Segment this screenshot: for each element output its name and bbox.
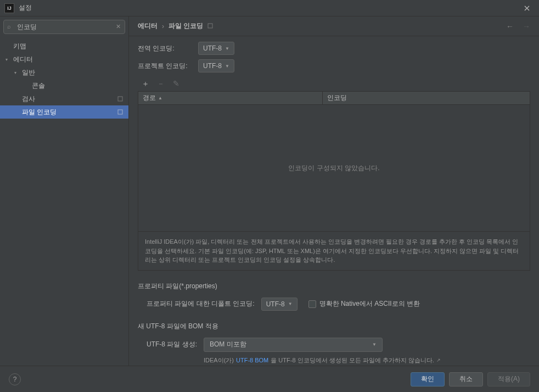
dropdown-value: UTF-8 xyxy=(203,62,222,70)
help-button[interactable]: ? xyxy=(9,373,21,385)
remove-button[interactable]: － xyxy=(156,79,165,89)
project-encoding-label: 프로젝트 인코딩: xyxy=(138,61,192,71)
encoding-table-body: 인코딩이 구성되지 않았습니다. xyxy=(138,105,530,231)
apply-button[interactable]: 적용(A) xyxy=(487,372,530,387)
properties-default-label: 프로퍼티 파일에 대한 디폴트 인코딩: xyxy=(147,299,255,309)
chevron-down-icon: ▼ xyxy=(225,64,229,69)
ok-button[interactable]: 확인 xyxy=(411,372,445,387)
dropdown-value: BOM 미포함 xyxy=(210,340,246,349)
chevron-down-icon: ▾ xyxy=(5,57,13,62)
global-encoding-dropdown[interactable]: UTF-8 ▼ xyxy=(198,42,234,55)
clear-search-icon[interactable]: ✕ xyxy=(116,23,121,30)
search-icon: ⌕ xyxy=(7,23,11,30)
info-text: IntelliJ IDEA이(가) 파일, 디렉터리 또는 전체 프로젝트에서 … xyxy=(138,231,530,270)
search-input[interactable] xyxy=(3,20,125,34)
breadcrumb-item: 파일 인코딩 xyxy=(169,21,203,31)
column-header-encoding[interactable]: 인코딩 xyxy=(323,92,530,104)
sidebar-item-editor[interactable]: ▾ 에디터 xyxy=(0,53,128,66)
breadcrumb: 에디터 › 파일 인코딩 ← → xyxy=(129,16,539,36)
project-encoding-dropdown[interactable]: UTF-8 ▼ xyxy=(198,59,234,72)
empty-state-text: 인코딩이 구성되지 않았습니다. xyxy=(288,164,379,173)
sidebar-item-inspections[interactable]: 검사 xyxy=(0,92,128,105)
chevron-down-icon: ▼ xyxy=(372,342,377,347)
nav-forward-button[interactable]: → xyxy=(523,22,530,31)
edit-button[interactable]: ✎ xyxy=(172,79,181,89)
bom-help-text: IDEA이(가) UTF-8 BOM 을 UTF-8 인코딩에서 생성된 모든 … xyxy=(138,356,530,365)
bom-label: UTF-8 파일 생성: xyxy=(147,340,197,349)
bom-section-title: 새 UTF-8 파일에 BOM 적용 xyxy=(138,322,530,331)
add-button[interactable]: ＋ xyxy=(141,79,150,89)
sidebar-item-console[interactable]: 콘솔 xyxy=(0,79,128,92)
properties-encoding-dropdown[interactable]: UTF-8 ▼ xyxy=(261,298,297,311)
sidebar-item-label: 콘솔 xyxy=(32,81,128,91)
properties-section-title: 프로퍼티 파일(*.properties) xyxy=(138,282,530,291)
bom-dropdown[interactable]: BOM 미포함 ▼ xyxy=(204,338,383,352)
cancel-button[interactable]: 취소 xyxy=(449,372,483,387)
bom-help-link[interactable]: UTF-8 BOM xyxy=(236,357,268,363)
sidebar-item-label: 에디터 xyxy=(13,55,128,64)
app-icon: IJ xyxy=(4,3,14,13)
nav-back-button[interactable]: ← xyxy=(506,22,514,31)
sidebar-item-label: 키맵 xyxy=(13,42,128,51)
sidebar-item-general[interactable]: ▾ 일반 xyxy=(0,66,128,79)
chevron-down-icon: ▾ xyxy=(14,70,22,75)
button-label: 확인 xyxy=(421,374,434,384)
button-label: 취소 xyxy=(459,374,473,384)
project-scope-icon xyxy=(117,96,123,102)
svg-rect-2 xyxy=(208,24,212,28)
svg-rect-0 xyxy=(118,97,122,101)
column-header-path[interactable]: 경로 ▲ xyxy=(138,92,323,104)
native-to-ascii-checkbox[interactable] xyxy=(308,300,316,308)
sidebar-item-file-encodings[interactable]: 파일 인코딩 xyxy=(0,105,128,119)
external-link-icon: ↗ xyxy=(436,357,441,363)
dropdown-value: UTF-8 xyxy=(266,300,285,308)
breadcrumb-item[interactable]: 에디터 xyxy=(138,21,158,31)
chevron-down-icon: ▼ xyxy=(225,46,229,51)
sort-asc-icon: ▲ xyxy=(158,96,162,100)
dropdown-value: UTF-8 xyxy=(203,44,222,52)
global-encoding-label: 전역 인코딩: xyxy=(138,44,192,53)
column-header-label: 경로 xyxy=(143,93,156,103)
chevron-down-icon: ▼ xyxy=(288,301,293,306)
sidebar-item-label: 검사 xyxy=(22,94,117,104)
chevron-right-icon: › xyxy=(162,23,164,30)
svg-rect-1 xyxy=(118,110,122,114)
sidebar-item-label: 파일 인코딩 xyxy=(22,108,117,117)
window-title: 설정 xyxy=(19,3,514,13)
project-scope-icon xyxy=(117,109,123,115)
sidebar-item-keymap[interactable]: 키맵 xyxy=(0,40,128,53)
project-scope-icon xyxy=(207,23,213,30)
close-button[interactable] xyxy=(514,0,539,16)
column-header-label: 인코딩 xyxy=(327,93,347,103)
native-to-ascii-label: 명확한 Native에서 ASCII로의 변환 xyxy=(319,299,420,309)
sidebar-item-label: 일반 xyxy=(22,68,128,77)
button-label: 적용(A) xyxy=(498,374,520,384)
